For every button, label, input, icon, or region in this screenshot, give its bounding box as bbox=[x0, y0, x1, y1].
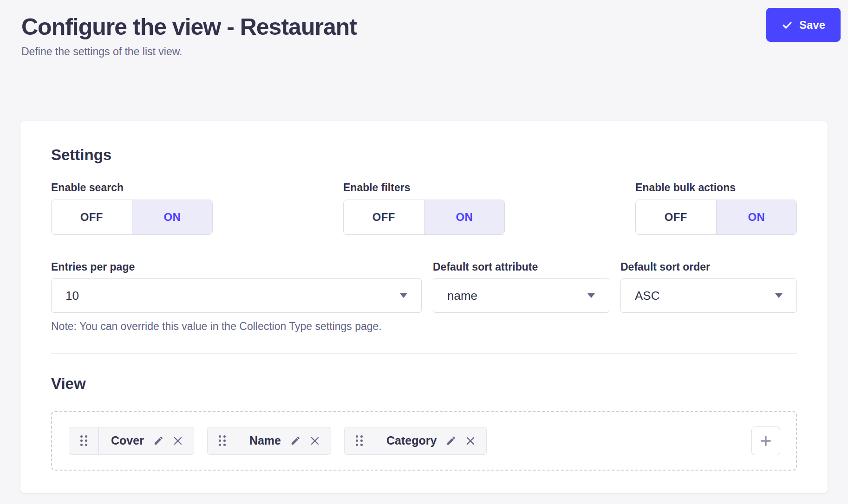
remove-field-button[interactable] bbox=[309, 435, 320, 446]
entries-per-page-group: Entries per page 10 Note: You can overri… bbox=[51, 261, 422, 333]
edit-field-button[interactable] bbox=[446, 435, 457, 446]
toggle-off-option[interactable]: OFF bbox=[636, 200, 716, 234]
drag-handle-icon[interactable] bbox=[345, 427, 374, 454]
toggle-group-enable-search: Enable search OFF ON bbox=[51, 181, 213, 235]
settings-card: Settings Enable search OFF ON Enable fil… bbox=[20, 121, 828, 493]
field-label: Entries per page bbox=[51, 261, 422, 274]
toggle-on-option[interactable]: ON bbox=[716, 200, 797, 234]
save-button[interactable]: Save bbox=[766, 8, 841, 42]
chip-label: Category bbox=[374, 434, 446, 447]
selects-row: Entries per page 10 Note: You can overri… bbox=[51, 261, 797, 333]
add-field-button[interactable] bbox=[751, 426, 780, 455]
drag-handle-icon[interactable] bbox=[208, 427, 237, 454]
field-label: Default sort attribute bbox=[433, 261, 609, 274]
field-chip-cover[interactable]: Cover bbox=[69, 427, 194, 455]
toggle-enable-search: OFF ON bbox=[51, 200, 213, 235]
toggle-enable-filters: OFF ON bbox=[343, 200, 505, 235]
field-label: Default sort order bbox=[620, 261, 797, 274]
remove-field-button[interactable] bbox=[465, 435, 476, 446]
page-subtitle: Define the settings of the list view. bbox=[21, 45, 827, 58]
chip-label: Name bbox=[237, 434, 290, 447]
drag-handle-icon[interactable] bbox=[69, 427, 99, 454]
close-icon bbox=[172, 435, 183, 446]
toggle-group-enable-filters: Enable filters OFF ON bbox=[343, 181, 505, 235]
edit-field-button[interactable] bbox=[290, 435, 301, 446]
toggles-row: Enable search OFF ON Enable filters OFF … bbox=[51, 181, 797, 235]
toggle-enable-bulk-actions: OFF ON bbox=[635, 200, 797, 235]
section-divider bbox=[51, 353, 797, 354]
select-value: name bbox=[447, 289, 477, 303]
select-value: ASC bbox=[635, 289, 659, 303]
close-icon bbox=[465, 435, 476, 446]
plus-icon bbox=[759, 434, 773, 448]
chevron-down-icon bbox=[400, 293, 407, 298]
page-title: Configure the view - Restaurant bbox=[21, 14, 827, 40]
toggle-on-option[interactable]: ON bbox=[424, 200, 505, 234]
sort-attribute-select[interactable]: name bbox=[433, 278, 609, 313]
sort-order-select[interactable]: ASC bbox=[620, 278, 797, 313]
edit-field-button[interactable] bbox=[153, 435, 164, 446]
toggle-label: Enable search bbox=[51, 181, 213, 194]
fields-container: Cover Name bbox=[51, 411, 797, 471]
toggle-label: Enable filters bbox=[343, 181, 505, 194]
field-chip-category[interactable]: Category bbox=[344, 427, 487, 455]
pencil-icon bbox=[290, 435, 301, 446]
view-heading: View bbox=[51, 375, 797, 393]
chevron-down-icon bbox=[587, 293, 595, 298]
pencil-icon bbox=[153, 435, 164, 446]
chevron-down-icon bbox=[775, 293, 783, 298]
toggle-label: Enable bulk actions bbox=[635, 181, 797, 194]
field-chip-name[interactable]: Name bbox=[207, 427, 331, 455]
toggle-group-enable-bulk-actions: Enable bulk actions OFF ON bbox=[635, 181, 797, 235]
chip-label: Cover bbox=[99, 434, 153, 447]
sort-attribute-group: Default sort attribute name bbox=[433, 261, 609, 333]
page-header: Configure the view - Restaurant Define t… bbox=[0, 0, 848, 58]
close-icon bbox=[309, 435, 320, 446]
save-button-label: Save bbox=[799, 19, 825, 32]
toggle-off-option[interactable]: OFF bbox=[344, 200, 424, 234]
remove-field-button[interactable] bbox=[172, 435, 183, 446]
check-icon bbox=[782, 19, 793, 31]
toggle-on-option[interactable]: ON bbox=[132, 200, 213, 234]
note-text: Note: You can override this value in the… bbox=[51, 320, 422, 333]
toggle-off-option[interactable]: OFF bbox=[52, 200, 132, 234]
select-value: 10 bbox=[65, 289, 79, 303]
settings-heading: Settings bbox=[51, 146, 797, 164]
pencil-icon bbox=[446, 435, 457, 446]
entries-per-page-select[interactable]: 10 bbox=[51, 278, 422, 313]
sort-order-group: Default sort order ASC bbox=[620, 261, 797, 333]
